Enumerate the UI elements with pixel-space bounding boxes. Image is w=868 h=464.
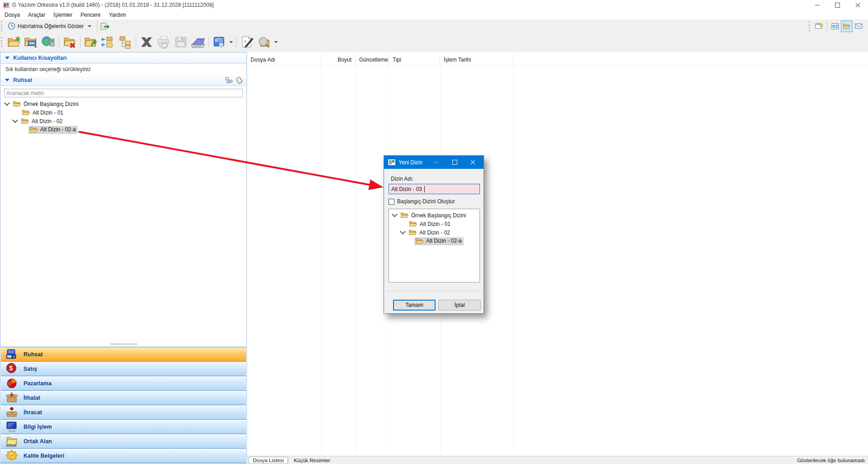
link-icon[interactable] — [236, 77, 243, 84]
search-folder-button[interactable] — [256, 33, 273, 51]
close-icon — [855, 3, 860, 8]
toolbar-grip[interactable] — [1, 21, 4, 31]
folder-icon — [22, 109, 30, 116]
tree-item-root[interactable]: Örnek Başlangıç Dizini — [389, 211, 479, 220]
export-button[interactable] — [99, 20, 111, 32]
tree-item-label: Alt Dizin - 02-a — [426, 238, 462, 244]
tree-item-label: Alt Dizin - 02-a — [40, 126, 76, 133]
splitter-handle[interactable] — [1, 341, 246, 347]
tree-item-label: Alt Dizin - 02 — [419, 230, 450, 236]
print-restore-button[interactable] — [155, 33, 172, 51]
license-device-icon — [5, 348, 18, 360]
folder-hierarchy-button[interactable] — [117, 33, 134, 51]
module-bilgi-islem[interactable]: Bilgi İşlem — [1, 420, 246, 434]
marketing-pie-icon — [5, 377, 18, 389]
minimize-button[interactable] — [807, 0, 827, 10]
move-folder-up-button[interactable] — [82, 33, 100, 51]
directory-tree: Örnek Başlangıç Dizini Alt Dizin - 01 Al… — [0, 100, 247, 134]
dialog-close-button[interactable] — [464, 156, 482, 169]
toolbar-grip[interactable] — [809, 21, 811, 31]
menu-pencere[interactable]: Pencere — [76, 10, 105, 19]
column-header-boyut[interactable]: Boyut — [321, 53, 356, 66]
menu-dosya[interactable]: Dosya — [0, 10, 24, 19]
column-header-guncelleme[interactable]: Güncelleme Za... — [356, 53, 389, 66]
section-header-ruhsat[interactable]: Ruhsat — [0, 75, 247, 86]
tree-item[interactable]: Alt Dizin - 02 — [0, 117, 247, 125]
module-label: Ortak Alan — [24, 438, 52, 445]
reorder-tree-button[interactable] — [100, 33, 117, 51]
shortcuts-header[interactable]: Kullanıcı Kısayolları — [0, 53, 247, 64]
tab-separator — [289, 458, 289, 464]
maximize-button[interactable] — [827, 0, 848, 10]
directory-name-value: Alt Dizin - 03 — [391, 186, 422, 192]
add-window-button[interactable] — [813, 20, 825, 32]
dialog-maximize-button[interactable] — [446, 156, 464, 169]
folder-hierarchy-icon — [118, 35, 133, 49]
toolbar-grip[interactable] — [1, 37, 4, 47]
cancel-button[interactable]: İptal — [438, 300, 481, 311]
chevron-expanded-icon[interactable] — [12, 117, 18, 123]
new-folder-button[interactable] — [5, 33, 23, 51]
import-box-icon — [5, 392, 18, 404]
web-folder-button[interactable] — [40, 33, 57, 51]
chevron-expanded-icon[interactable] — [4, 100, 10, 106]
module-ihracat[interactable]: İhracat — [1, 405, 246, 420]
delete-folder-button[interactable] — [61, 33, 78, 51]
dialog-minimize-button[interactable] — [427, 156, 446, 169]
folder-screen-button[interactable] — [23, 33, 40, 51]
menu-yardim[interactable]: Yardım — [105, 10, 130, 19]
detail-view-button[interactable] — [829, 20, 841, 32]
tree-item-selected[interactable]: Alt Dizin - 02-a — [389, 237, 479, 245]
menu-islemler[interactable]: İşlemler — [49, 10, 76, 19]
folder-view-button[interactable] — [841, 20, 853, 32]
create-start-directory-checkbox[interactable]: Başlangıç Dizini Oluştur — [389, 198, 455, 205]
close-button[interactable] — [848, 0, 868, 10]
scan-button[interactable] — [190, 33, 207, 51]
reminder-items-button[interactable]: Hatırlatma Öğelerini Göster — [5, 20, 95, 32]
sign-document-button[interactable]: A — [238, 33, 256, 51]
module-ortak-alan[interactable]: Ortak Alan — [1, 434, 246, 449]
shortcuts-hint-label: Sık kullanılan seçeneği sürükleyiniz — [5, 66, 91, 72]
module-ruhsat[interactable]: Ruhsat — [1, 347, 246, 362]
column-header-tipi[interactable]: Tipi — [389, 53, 440, 66]
delete-folder-icon — [62, 35, 77, 49]
software-package-button[interactable] — [211, 33, 228, 51]
column-header-islem-tarihi[interactable]: İşlem Tarihi — [440, 53, 513, 66]
title-bar: G Yazılım Orkestra v1.0 (build 1460) - (… — [0, 0, 868, 10]
module-pazarlama[interactable]: Pazarlama — [1, 376, 246, 391]
directory-name-input[interactable]: Alt Dizin - 03 — [389, 184, 480, 194]
tree-item-root[interactable]: Örnek Başlangıç Dizini — [0, 100, 247, 108]
expand-tree-icon[interactable] — [225, 77, 233, 84]
mail-view-button[interactable] — [853, 20, 864, 32]
tree-item-selected[interactable]: Alt Dizin - 02-a — [0, 125, 247, 134]
chevron-down-icon[interactable] — [229, 41, 233, 43]
chevron-expanded-icon[interactable] — [392, 211, 398, 217]
chevron-down-icon — [88, 25, 91, 27]
menu-araclar[interactable]: Araçlar — [24, 10, 49, 19]
tree-item-label: Alt Dizin - 02 — [32, 118, 62, 124]
ok-button[interactable]: Tamam — [393, 300, 436, 311]
module-label: İthalat — [24, 395, 40, 401]
mail-icon — [855, 23, 863, 29]
search-input[interactable] — [4, 89, 243, 97]
chevron-down-icon[interactable] — [274, 41, 278, 43]
tab-dosya-listesi[interactable]: Dosya Listesi — [249, 457, 288, 464]
file-list-area: Dosya Adı Boyut Güncelleme Za... Tipi İş… — [247, 52, 868, 456]
tab-label: Küçük Resimler — [294, 458, 330, 463]
folder-icon — [408, 229, 417, 236]
save-button[interactable] — [172, 33, 190, 51]
tree-item-label: Örnek Başlangıç Dizini — [24, 101, 78, 107]
export-box-icon — [5, 406, 18, 418]
chevron-expanded-icon[interactable] — [400, 229, 406, 234]
tab-kucuk-resimler[interactable]: Küçük Resimler — [290, 457, 334, 464]
navigation-panel: Kullanıcı Kısayolları Sık kullanılan seç… — [0, 52, 247, 464]
module-satis[interactable]: $ Satış — [1, 362, 246, 376]
tree-item[interactable]: Alt Dizin - 02 — [389, 228, 479, 237]
column-header-dosya-adi[interactable]: Dosya Adı — [247, 53, 321, 66]
tree-item[interactable]: Alt Dizin - 01 — [389, 220, 479, 228]
module-kalite-belgeleri[interactable]: Kalite Belgeleri — [1, 449, 246, 463]
module-ithalat[interactable]: İthalat — [1, 391, 246, 405]
delete-item-button[interactable] — [138, 33, 155, 51]
tree-item[interactable]: Alt Dizin - 01 — [0, 108, 247, 117]
tab-label: Dosya Listesi — [253, 458, 284, 463]
